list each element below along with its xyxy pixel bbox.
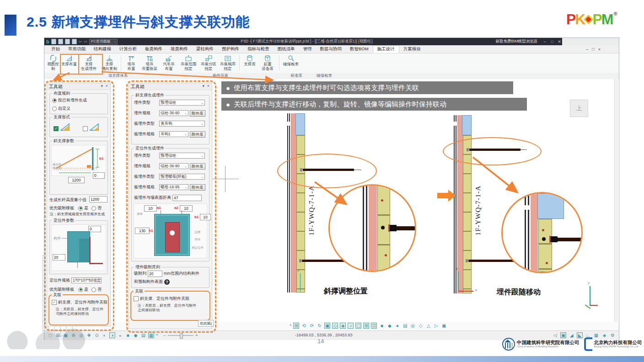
panel-collapse-icon[interactable]: ▾	[202, 84, 204, 88]
min-height-input[interactable]: 1200	[89, 196, 107, 202]
undo-icon[interactable]: ⇦	[79, 40, 82, 44]
grid-view-icon[interactable]: ▣	[441, 323, 447, 329]
lifting-equip-library-button[interactable]: 起重 设备库	[258, 54, 277, 71]
zoom-out-control[interactable]: –	[163, 333, 166, 338]
embed-type-select[interactable]: 预埋锚栓⌄	[159, 100, 205, 106]
display-list-icon[interactable]: ▤	[140, 332, 146, 338]
tab-data-collab[interactable]: 数据与协同	[316, 45, 346, 53]
solid-mode-icon[interactable]: ■	[125, 332, 131, 338]
solid-display-icon[interactable]: ■	[379, 323, 385, 329]
attachment-library-button[interactable]: 附件库	[190, 110, 205, 117]
up-view-icon[interactable]: △	[425, 323, 431, 329]
box-view-icon[interactable]: ▢	[355, 323, 361, 329]
radio-yes[interactable]	[78, 287, 83, 292]
loc-plate-type-select[interactable]: 预埋螺母(焊板)⌄	[159, 174, 205, 180]
tab-slab[interactable]: 板类构件	[141, 45, 166, 53]
shaded-display-icon[interactable]: ◆	[386, 323, 392, 329]
command-input[interactable]: 在此赋|	[198, 320, 214, 327]
orbit-icon[interactable]: ↻	[317, 323, 322, 329]
radio-yes[interactable]	[78, 206, 83, 211]
tab-manage[interactable]: 管理	[299, 45, 316, 53]
canvas-scrollbar[interactable]	[614, 79, 618, 322]
doc-minimize-button[interactable]: –	[586, 47, 588, 52]
loc-embed-spec-select[interactable]: 锚栓-36-90⌄	[159, 163, 188, 169]
loc-embed-type-select[interactable]: 预埋锚栓⌄	[159, 153, 205, 159]
rotate-left-icon[interactable]: ⟲	[301, 323, 307, 329]
locator-spec-select[interactable]: 170*107*50墙定1 ⌄	[71, 277, 102, 283]
plate-embed-type-select[interactable]: 直吊钩⌄	[159, 121, 205, 127]
brace-width-input[interactable]: 1200	[68, 177, 85, 183]
radio-by-embed[interactable]	[52, 98, 57, 103]
view-control-button[interactable]: 视图控制	[46, 54, 60, 71]
help-icon[interactable]: ?	[164, 279, 170, 285]
view-se-icon[interactable]: ◑	[109, 332, 115, 338]
view-bottom-icon[interactable]: ◒	[117, 332, 123, 338]
tab-scheme[interactable]: 方案模块	[399, 45, 425, 53]
layers-icon[interactable]: ▤	[402, 323, 408, 329]
collapse-toolbar-icon[interactable]: ^	[290, 324, 291, 328]
tab-drawing-list[interactable]: 图纸清单	[274, 45, 299, 53]
panel-close-icon[interactable]: ×	[106, 84, 108, 88]
add-section-icon[interactable]: ⊞	[363, 323, 369, 329]
tab-analysis[interactable]: 计算分析	[115, 45, 141, 53]
restore-button[interactable]: □	[549, 39, 555, 44]
orbit-free-icon[interactable]: ⊙	[94, 332, 100, 338]
snap-range-input[interactable]: 20	[148, 271, 162, 277]
tab-structure-model[interactable]: 结构建模	[90, 45, 115, 53]
view-sw-icon[interactable]: ◐	[102, 332, 107, 338]
panel-close-icon[interactable]: ×	[207, 84, 209, 88]
attachment-library-button[interactable]: 附件库	[190, 184, 205, 191]
target-icon[interactable]: ◎	[410, 323, 416, 329]
zoom-in-control[interactable]: +	[195, 333, 198, 338]
bim-viewer-link[interactable]: 获取免费BIM模型浏览器	[495, 39, 537, 44]
shade-mode-icon[interactable]: ◆	[133, 332, 139, 338]
plane-icon[interactable]: ◇	[418, 323, 424, 329]
tower-crane-check-button[interactable]: 塔吊 吊重验算	[140, 54, 159, 71]
close-button[interactable]: ✕	[557, 39, 562, 44]
radio-no[interactable]	[91, 287, 96, 292]
radio-custom[interactable]	[52, 106, 57, 111]
wall-distance-input[interactable]: 47	[172, 195, 202, 201]
save-file-icon[interactable]	[65, 39, 70, 44]
brace-offset-input[interactable]: 0	[93, 172, 105, 179]
hoist-zone-button[interactable]: 吊装分区 指定	[199, 54, 218, 71]
support-form-option-2[interactable]	[83, 122, 100, 131]
tab-envelope[interactable]: 围护构件	[218, 45, 243, 53]
b1-input[interactable]: 10	[200, 214, 211, 220]
tab-construction-design[interactable]: 施工设计	[373, 45, 399, 53]
zoom-slider[interactable]	[168, 335, 193, 336]
viewcube-top-button[interactable]: 上	[570, 100, 588, 117]
new-file-icon[interactable]	[51, 39, 56, 44]
selection-mode-icon[interactable]: ⊞	[293, 323, 299, 329]
workspace-combo[interactable]: PC全功能板 ▾	[89, 39, 118, 45]
minimize-button[interactable]: –	[542, 39, 547, 44]
attachment-library-button[interactable]: 附件库	[190, 131, 205, 138]
settings-list-icon[interactable]: ▦	[148, 332, 154, 338]
locator-left-input[interactable]: 20	[53, 254, 65, 261]
doc-close-button[interactable]: ×	[598, 47, 601, 52]
side-view-icon[interactable]: ▷	[433, 323, 439, 329]
rotate-right-icon[interactable]: ⟳	[309, 323, 315, 329]
remove-section-icon[interactable]: ⊡	[371, 323, 377, 329]
tab-start[interactable]: 开始	[47, 45, 64, 53]
points-display-icon[interactable]: ●	[394, 323, 400, 329]
attachment-library-button[interactable]: 附件库	[190, 163, 205, 170]
sphere-view-icon[interactable]: ○	[348, 323, 354, 329]
hoist-range-button[interactable]: 吊装范围 指定	[178, 54, 199, 71]
clash-check-button[interactable]: 碰撞检查	[282, 54, 300, 67]
tab-bom[interactable]: 数智BOM	[346, 45, 373, 53]
support-form-option-1[interactable]: ✓	[54, 122, 71, 131]
hoist-order-button[interactable]: 吊装顺序 指定	[219, 54, 237, 71]
section-box-icon[interactable]: ▣	[324, 323, 330, 329]
open-file-icon[interactable]	[58, 39, 63, 44]
link-checkbox[interactable]: ✓	[52, 300, 57, 305]
collapse-strip-icon[interactable]: ^	[156, 333, 158, 338]
locator-top-input[interactable]: 0	[88, 226, 101, 232]
section-cut-icon[interactable]: ◈	[340, 323, 346, 329]
tower-crane-place-button[interactable]: 塔吊 布置	[123, 54, 139, 71]
support-library-button[interactable]: 支撑库	[242, 54, 258, 67]
link-checkbox[interactable]	[134, 296, 139, 301]
a1-input[interactable]: 10	[144, 205, 157, 212]
radio-no[interactable]	[91, 206, 96, 211]
section-plane-icon[interactable]: ◇	[332, 323, 338, 329]
